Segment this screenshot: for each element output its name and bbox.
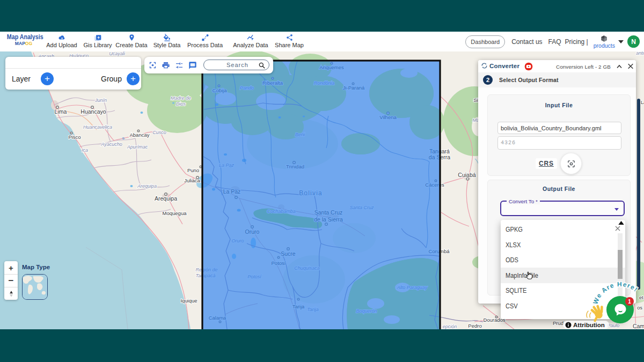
svg-text:Puno: Puno	[187, 167, 199, 173]
svg-text:Pisco: Pisco	[68, 134, 80, 140]
svg-text:Juliaca: Juliaca	[184, 178, 200, 183]
svg-text:Pedro: Pedro	[468, 323, 481, 329]
svg-text:Dios: Dios	[176, 101, 186, 107]
svg-text:Ucayali: Ucayali	[109, 51, 126, 56]
svg-text:Junín: Junín	[94, 98, 107, 103]
svg-text:Huancayo: Huancayo	[80, 108, 106, 115]
svg-text:Abancay: Abancay	[130, 132, 150, 138]
svg-text:Cusco: Cusco	[152, 130, 166, 135]
svg-text:Ayacucho: Ayacucho	[100, 142, 122, 147]
svg-text:antins: antins	[636, 51, 644, 56]
svg-text:Moquegua: Moquegua	[163, 210, 187, 216]
svg-text:Iquique: Iquique	[180, 298, 197, 304]
svg-text:Ica: Ica	[82, 147, 88, 153]
svg-text:La: La	[641, 100, 644, 105]
svg-text:epción: epción	[443, 324, 457, 329]
svg-text:Cuiabá: Cuiabá	[458, 172, 475, 178]
svg-text:Arequipa: Arequipa	[137, 183, 157, 189]
svg-text:Arequipa: Arequipa	[155, 195, 177, 202]
svg-text:Prud: Prud	[553, 320, 564, 326]
svg-text:Huancavelica: Huancavelica	[83, 124, 112, 130]
svg-text:Madre de: Madre de	[171, 95, 191, 101]
svg-text:Apurímac: Apurímac	[127, 144, 148, 150]
svg-text:Lima: Lima	[55, 108, 67, 115]
